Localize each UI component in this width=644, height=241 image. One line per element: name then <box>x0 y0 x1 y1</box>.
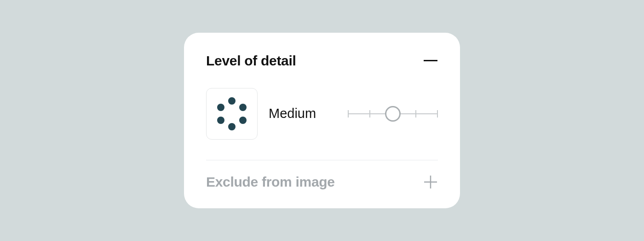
slider-tick <box>437 110 438 118</box>
settings-card: Level of detail Medium <box>184 33 460 209</box>
slider-tick <box>348 110 349 118</box>
plus-icon <box>424 175 437 189</box>
detail-section-title: Level of detail <box>206 53 296 69</box>
minus-icon <box>424 60 437 61</box>
svg-point-4 <box>217 117 224 124</box>
detail-slider[interactable] <box>348 106 438 122</box>
detail-preview-box[interactable] <box>206 88 258 140</box>
expand-button[interactable] <box>423 175 438 189</box>
slider-container <box>327 106 438 122</box>
slider-thumb[interactable] <box>385 106 401 122</box>
svg-point-0 <box>228 97 236 105</box>
divider <box>206 160 438 161</box>
detail-section-header: Level of detail <box>206 53 438 69</box>
slider-tick <box>415 110 416 118</box>
svg-point-3 <box>228 123 236 130</box>
exclude-section-header: Exclude from image <box>206 174 438 190</box>
slider-tick <box>369 110 370 118</box>
detail-row: Medium <box>206 88 438 140</box>
dots-icon <box>213 95 251 133</box>
svg-point-2 <box>239 117 247 124</box>
detail-value-label: Medium <box>269 106 316 121</box>
svg-point-5 <box>217 104 224 111</box>
exclude-section-title: Exclude from image <box>206 174 335 190</box>
collapse-button[interactable] <box>423 53 438 68</box>
svg-point-1 <box>239 104 247 111</box>
